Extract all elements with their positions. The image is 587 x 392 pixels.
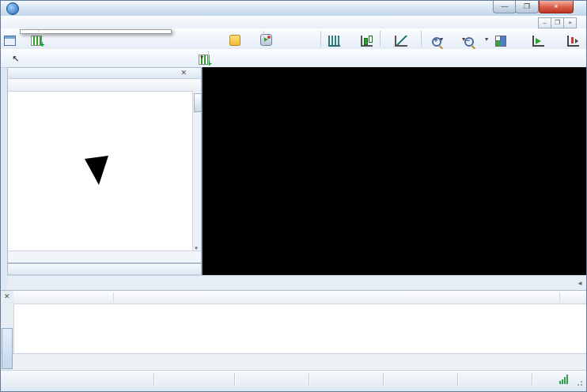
market-watch-panel: ✕ ▼ (7, 67, 202, 263)
minimize-button[interactable]: — (493, 1, 517, 13)
periods-caret-icon[interactable]: ▾ (462, 36, 465, 43)
bar-chart-icon[interactable] (328, 36, 340, 47)
new-chart-toolbar-icon[interactable] (31, 36, 42, 46)
line-chart-icon[interactable] (395, 36, 407, 47)
mdi-close-button[interactable]: × (563, 17, 577, 28)
autotrading-icon[interactable] (260, 34, 272, 46)
app-logo-icon (6, 2, 19, 15)
connection-status-icon (559, 371, 572, 388)
drawing-tool-caret-icon[interactable]: ▾ (200, 54, 203, 61)
candlestick-chart-icon[interactable] (361, 36, 373, 47)
terminal-vertical-tab[interactable] (2, 328, 13, 369)
terminal-header (13, 291, 586, 304)
market-watch-close-icon[interactable]: ✕ (180, 70, 187, 77)
scrollbar-thumb[interactable] (194, 93, 202, 112)
market-watch-title (8, 68, 201, 79)
file-menu-dropdown (20, 29, 172, 34)
terminal-panel: ✕ (1, 290, 586, 354)
mdi-restore-button[interactable]: ❐ (551, 17, 564, 28)
application-window: — ❐ × – ❐ × ▾ ▾ ▾ ↖ (0, 0, 587, 392)
zoom-out-icon[interactable] (464, 37, 474, 47)
status-bar (1, 370, 586, 388)
cursor-tool-icon[interactable]: ↖ (12, 54, 19, 64)
indicators-caret-icon[interactable]: ▾ (440, 36, 443, 43)
market-watch-header (8, 79, 201, 92)
auto-scroll-icon[interactable] (532, 36, 544, 47)
line-studies-toolbar: ↖ ▾ (1, 49, 586, 68)
maximize-button[interactable]: ❐ (515, 1, 539, 13)
tab-scroll-arrow-icon[interactable]: ◄ (577, 280, 583, 287)
toggle-market-watch-icon[interactable] (4, 36, 16, 46)
chart-tab-bar: ◄ (7, 275, 586, 291)
metaeditor-icon[interactable] (229, 35, 240, 46)
chart-window[interactable] (202, 67, 587, 275)
title-bar: — ❐ × (1, 1, 586, 17)
market-watch-tabs[interactable] (8, 251, 201, 262)
terminal-tab-bar (1, 353, 586, 371)
templates-caret-icon[interactable]: ▾ (485, 36, 488, 43)
terminal-close-icon[interactable]: ✕ (4, 293, 10, 300)
tile-windows-icon[interactable] (495, 36, 506, 47)
resize-grip[interactable] (577, 379, 585, 386)
menu-bar (1, 16, 586, 29)
mdi-minimize-button[interactable]: – (538, 17, 551, 28)
close-button[interactable]: × (539, 1, 574, 13)
chart-shift-icon[interactable] (567, 36, 579, 47)
market-watch-scrollbar[interactable]: ▼ (192, 91, 201, 251)
navigator-title (8, 264, 201, 275)
